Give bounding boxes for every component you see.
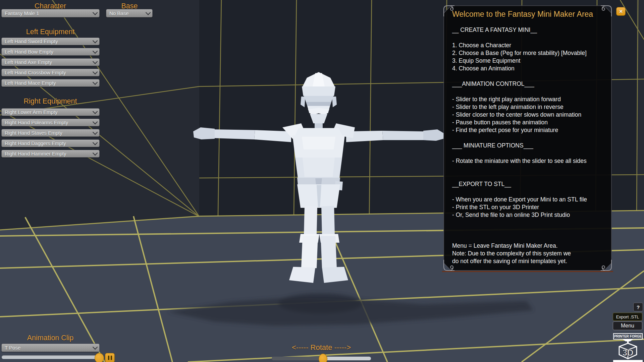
dropdown-value: Left Hand Crossbow Empty — [5, 70, 66, 75]
chevron-down-icon — [146, 10, 151, 15]
pause-button[interactable] — [105, 353, 115, 362]
dropdown-left-hand-bow[interactable]: Left Hand Bow Empty — [1, 48, 100, 56]
left-equipment-title: Left Equipment — [0, 28, 101, 36]
dropdown-value: Left Hand Sword Empty — [5, 39, 58, 44]
logo-wordmark: PRINTER FORGE — [614, 335, 642, 338]
dropdown-value: Right Hand Hammer Empty — [5, 151, 66, 157]
close-icon[interactable]: ✕ — [616, 7, 626, 16]
menu-button[interactable]: Menu — [613, 321, 642, 330]
dropdown-right-hand-polearms[interactable]: Right Hand Polearms Empty — [1, 119, 100, 126]
dropdown-left-hand-axe[interactable]: Left Hand Axe Empty — [1, 58, 100, 66]
fantasy-mini-maker-screen: { "theme": { "accent_orange": "#E29B3A",… — [0, 0, 644, 362]
chevron-down-icon — [93, 150, 98, 156]
right-equipment-title: Right Equipment — [0, 97, 101, 106]
character-dropdown[interactable]: Fantasy Male 1 — [1, 9, 100, 17]
chevron-down-icon — [93, 59, 98, 64]
animation-clip-title: Animation Clip — [0, 334, 101, 342]
dropdown-right-hand-hammer[interactable]: Right Hand Hammer Empty — [1, 150, 100, 158]
animation-clip-value: T Pose — [5, 345, 20, 351]
chevron-down-icon — [93, 140, 98, 145]
pause-icon — [111, 356, 112, 360]
rotate-label: <----- Rotate -----> — [271, 343, 372, 352]
dropdown-right-hand-daggers[interactable]: Right Hand Daggers Empty — [1, 139, 100, 147]
chevron-down-icon — [93, 10, 98, 15]
pause-icon — [108, 356, 109, 360]
rotate-slider-track[interactable] — [272, 357, 323, 360]
help-button[interactable]: ? — [633, 303, 643, 311]
dropdown-value: Right Hand Daggers Empty — [5, 140, 66, 146]
dropdown-value: Right Lower Arm Empty — [5, 109, 58, 115]
dropdown-value: Left Hand Bow Empty — [5, 49, 53, 55]
chevron-down-icon — [93, 38, 98, 44]
logo-3d-text: 3D — [622, 348, 633, 358]
dropdown-right-hand-staves[interactable]: Right Hand Staves Empty — [1, 129, 100, 137]
logo-base-bar — [613, 360, 643, 362]
dropdown-value: Left Hand Axe Empty — [5, 59, 52, 65]
base-dropdown[interactable]: No Base — [106, 9, 153, 17]
chevron-down-icon — [93, 69, 98, 75]
export-stl-button[interactable]: Export .STL — [613, 313, 642, 321]
dropdown-value: Left Hand Mace Empty — [5, 80, 56, 86]
animation-speed-slider-knob[interactable] — [95, 353, 104, 362]
help-panel-body: __ CREATE A FANTASY MINI__ 1. Choose a C… — [452, 26, 610, 265]
dropdown-value: Right Hand Staves Empty — [5, 130, 62, 136]
help-panel-title: Welcome to the Fantasy Mini Maker Area — [452, 10, 610, 19]
dropdown-left-hand-mace[interactable]: Left Hand Mace Empty — [1, 79, 100, 87]
chevron-down-icon — [93, 119, 98, 125]
rotate-slider-knob[interactable] — [319, 354, 327, 362]
dropdown-left-hand-crossbow[interactable]: Left Hand Crossbow Empty — [1, 69, 100, 76]
printer-forge-3d-logo: PRINTER FORGE 3D — [613, 333, 643, 362]
base-dropdown-value: No Base — [109, 10, 129, 16]
chevron-down-icon — [93, 109, 98, 114]
rotate-slider-track[interactable] — [323, 357, 371, 360]
character-dropdown-value: Fantasy Male 1 — [5, 10, 39, 16]
logo-wordmark-frame: PRINTER FORGE — [613, 333, 643, 340]
chevron-down-icon — [93, 345, 98, 350]
chevron-down-icon — [93, 130, 98, 135]
chevron-down-icon — [93, 80, 98, 85]
animation-clip-dropdown[interactable]: T Pose — [1, 344, 100, 352]
dropdown-left-hand-sword[interactable]: Left Hand Sword Empty — [1, 38, 100, 45]
animation-speed-slider-track[interactable] — [2, 355, 102, 359]
cube-3d-icon: 3D — [618, 343, 638, 359]
dropdown-value: Right Hand Polearms Empty — [5, 120, 68, 125]
dropdown-right-lower-arm[interactable]: Right Lower Arm Empty — [1, 108, 100, 116]
chevron-down-icon — [93, 49, 98, 54]
